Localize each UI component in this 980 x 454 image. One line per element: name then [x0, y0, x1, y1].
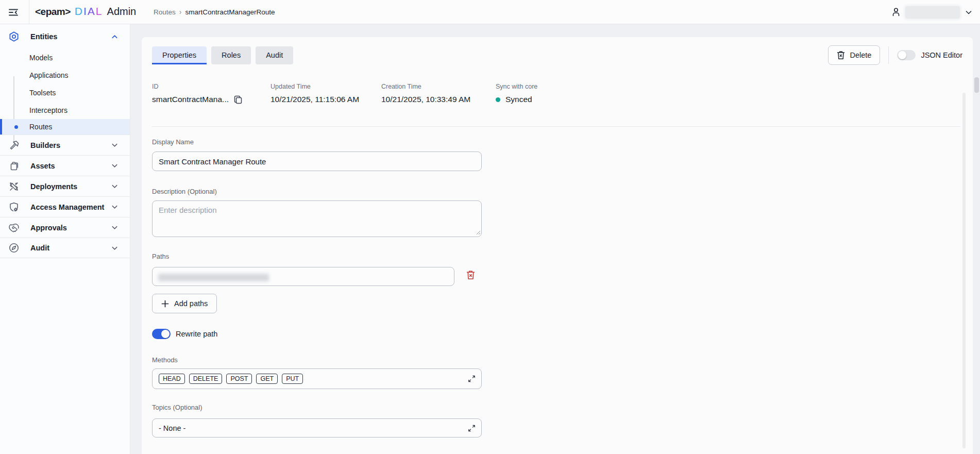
method-chip[interactable]: GET — [256, 374, 278, 384]
breadcrumb-routes-link[interactable]: Routes — [154, 8, 176, 16]
rewrite-path-toggle[interactable] — [152, 329, 171, 339]
epam-logo: <epam> — [35, 6, 71, 18]
chevron-down-icon — [111, 162, 119, 170]
user-menu-chevron-down-icon[interactable] — [965, 8, 973, 16]
display-name-label: Display Name — [152, 138, 194, 146]
method-chip[interactable]: POST — [226, 374, 252, 384]
compass-icon — [8, 242, 20, 254]
sidebar-section-approvals[interactable]: Approvals — [0, 217, 130, 238]
add-paths-button[interactable]: Add paths — [152, 294, 217, 313]
expand-icon[interactable] — [468, 424, 476, 432]
sidebar-section-label: Access Management — [30, 203, 104, 211]
sidebar-section-deployments[interactable]: Deployments — [0, 176, 130, 196]
sidebar-section-label: Deployments — [30, 182, 77, 191]
description-textarea[interactable] — [152, 200, 482, 237]
sidebar-item-label: Routes — [29, 123, 52, 131]
id-label: ID — [152, 83, 242, 90]
top-header: <epam> DIAL Admin Routes › smartContract… — [0, 0, 980, 24]
creation-time-value: 10/21/2025, 10:33:49 AM — [381, 95, 470, 104]
sidebar-nav: Entities Models Applications Toolsets In… — [0, 24, 130, 454]
sidebar-section-label: Audit — [30, 244, 49, 252]
admin-logo-text: Admin — [107, 6, 137, 18]
topics-value: - None - — [159, 424, 185, 432]
tab-roles[interactable]: Roles — [211, 46, 251, 64]
toggle-knob — [161, 330, 170, 338]
active-item-dot — [14, 125, 18, 129]
card-scrollbar[interactable] — [962, 93, 966, 448]
updated-time-value: 10/21/2025, 11:15:06 AM — [271, 95, 359, 104]
delete-button-label: Delete — [850, 51, 871, 59]
entities-hexagon-icon — [8, 31, 20, 42]
synced-status-dot — [496, 97, 500, 102]
sidebar-collapse-icon[interactable] — [7, 6, 20, 19]
sidebar-item-models[interactable]: Models — [0, 49, 130, 66]
toggle-knob — [898, 51, 906, 59]
description-label: Description (Optional) — [152, 188, 217, 195]
section-divider — [152, 126, 960, 127]
user-icon — [891, 7, 901, 17]
trash-icon — [837, 51, 845, 60]
methods-field[interactable]: HEAD DELETE POST GET PUT — [152, 368, 482, 389]
synced-status-value: Synced — [505, 95, 532, 104]
dial-letter: L — [96, 5, 103, 17]
toolbar-divider — [888, 46, 889, 64]
paths-value-redacted — [158, 274, 269, 281]
sidebar-section-label: Entities — [30, 32, 57, 41]
method-chip[interactable]: HEAD — [159, 374, 185, 384]
sidebar-section-label: Approvals — [30, 224, 67, 232]
method-chip[interactable]: PUT — [282, 374, 303, 384]
sidebar-item-toolsets[interactable]: Toolsets — [0, 84, 130, 102]
dial-letter: A — [88, 5, 96, 17]
chevron-up-icon — [111, 33, 119, 41]
user-name-redacted[interactable] — [905, 6, 960, 19]
display-name-input[interactable] — [152, 152, 482, 171]
sidebar-item-interceptors[interactable]: Interceptors — [0, 102, 130, 119]
topics-label: Topics (Optional) — [152, 403, 202, 411]
sidebar-section-builders[interactable]: Builders — [0, 134, 130, 155]
handshake-icon — [8, 222, 20, 233]
sidebar-section-label: Assets — [30, 162, 55, 170]
sidebar-section-entities[interactable]: Entities — [0, 24, 130, 49]
json-editor-toggle[interactable] — [897, 50, 916, 60]
chevron-down-icon — [111, 182, 119, 190]
plus-icon — [161, 300, 169, 308]
expand-icon[interactable] — [468, 375, 476, 383]
method-chip[interactable]: DELETE — [189, 374, 223, 384]
tab-properties[interactable]: Properties — [152, 46, 207, 64]
remove-path-trash-icon[interactable] — [466, 270, 475, 280]
shield-gear-icon — [8, 201, 20, 213]
json-editor-label: JSON Editor — [921, 51, 962, 59]
sidebar-section-assets[interactable]: Assets — [0, 155, 130, 176]
sidebar-section-audit[interactable]: Audit — [0, 238, 130, 258]
methods-label: Methods — [152, 356, 178, 364]
chevron-down-icon — [111, 224, 119, 231]
app-logo: <epam> DIAL Admin — [35, 5, 136, 18]
topics-field[interactable]: - None - — [152, 418, 482, 438]
id-value: smartContractMana... — [152, 95, 229, 104]
copy-icon[interactable] — [234, 95, 242, 104]
breadcrumb-separator-icon: › — [179, 8, 182, 16]
sync-with-core-label: Sync with core — [496, 83, 537, 90]
chevron-down-icon — [111, 141, 119, 149]
chevron-down-icon — [111, 244, 119, 252]
creation-time-label: Creation Time — [381, 83, 470, 90]
tab-audit[interactable]: Audit — [256, 46, 293, 64]
sidebar-section-access-management[interactable]: Access Management — [0, 196, 130, 217]
sidebar-item-applications[interactable]: Applications — [0, 66, 130, 84]
chevron-down-icon — [111, 203, 119, 211]
paths-label: Paths — [152, 253, 169, 260]
page-scrollbar-thumb[interactable] — [974, 77, 979, 93]
header-divider — [29, 0, 29, 24]
breadcrumb-current: smartContractManagerRoute — [185, 8, 275, 16]
delete-button[interactable]: Delete — [828, 45, 880, 65]
updated-time-label: Updated Time — [271, 83, 359, 90]
dial-letter: D — [75, 5, 83, 17]
route-detail-card: Properties Roles Audit Delete JSON Edito… — [142, 37, 973, 454]
sidebar-item-routes[interactable]: Routes — [0, 119, 130, 134]
dial-letter: I — [83, 5, 88, 17]
crossed-tools-icon — [8, 181, 20, 192]
folders-icon — [8, 160, 20, 172]
add-paths-label: Add paths — [174, 299, 208, 308]
dial-logo: DIAL — [75, 5, 103, 18]
hammer-icon — [8, 140, 20, 151]
